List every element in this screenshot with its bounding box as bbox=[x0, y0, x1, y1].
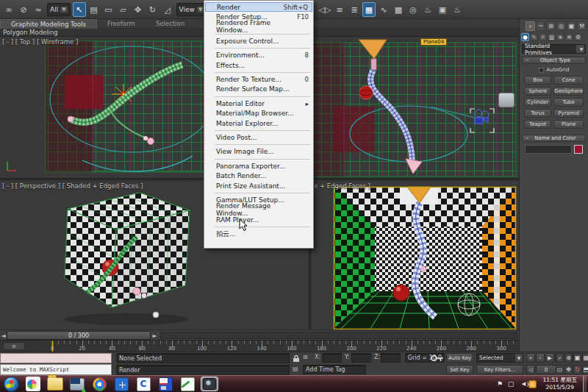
tray-window-icon[interactable] bbox=[506, 380, 514, 388]
time-tag-icon[interactable]: ▤ bbox=[293, 366, 298, 372]
set-key-button[interactable]: Set Key bbox=[446, 365, 473, 374]
viewcube[interactable] bbox=[498, 93, 514, 107]
current-frame-field[interactable]: 0 bbox=[536, 365, 556, 374]
material-editor-icon[interactable]: ◎ bbox=[406, 2, 420, 17]
taskbar-remote-icon[interactable] bbox=[68, 377, 86, 391]
pink-bit[interactable] bbox=[420, 266, 426, 272]
ribbon-tab-graphite-modeling-tools[interactable]: Graphite Modeling Tools bbox=[0, 19, 97, 29]
selection-filter-dropdown[interactable]: All▼ bbox=[47, 3, 71, 16]
viewport-camera[interactable]: e + Edged Faces ] bbox=[312, 181, 519, 329]
orbit-icon[interactable]: ↻ bbox=[573, 365, 581, 374]
menu-item-material-editor[interactable]: Material Editor▸ bbox=[204, 99, 313, 108]
menu-item-effects[interactable]: Effects... bbox=[204, 60, 313, 70]
menu-item-render-message-window[interactable]: Render Message Window... bbox=[204, 205, 313, 215]
play-button[interactable]: ▶ bbox=[545, 353, 554, 363]
window-crossing-toggle-icon[interactable]: ▱ bbox=[117, 2, 130, 17]
auto-key-button[interactable]: Auto Key bbox=[446, 353, 473, 363]
key-mode-icon[interactable] bbox=[431, 354, 444, 362]
menu-item-print-size-assistant[interactable]: Print Size Assistant... bbox=[204, 181, 313, 190]
menu-item-material-explorer[interactable]: Material Explorer... bbox=[204, 118, 313, 128]
objtype-button-torus[interactable]: Torus bbox=[524, 109, 551, 118]
viewport-front[interactable]: Plane04 bbox=[312, 37, 519, 179]
graphite-ribbon-toggle-icon[interactable]: ▦ bbox=[362, 2, 376, 17]
zoom-extents-all-icon[interactable]: ▦ bbox=[582, 353, 588, 363]
menu-item-environment[interactable]: Environment...8 bbox=[204, 51, 313, 60]
panel-tab-modify-icon[interactable]: ~ bbox=[536, 21, 545, 31]
select-and-scale-icon[interactable]: ◿ bbox=[161, 2, 174, 17]
menu-item-render-to-texture[interactable]: Render To Texture...0 bbox=[204, 74, 313, 84]
zoom-icon[interactable]: ⌕ bbox=[556, 353, 564, 363]
key-filters-button[interactable]: Key Filters... bbox=[476, 365, 523, 374]
category-geometry-icon[interactable]: ● bbox=[521, 33, 529, 41]
category-cameras-icon[interactable]: ▥ bbox=[548, 33, 556, 41]
time-slider-handle[interactable]: 0 / 300 bbox=[7, 331, 151, 340]
ribbon-tab-freeform[interactable]: Freeform bbox=[97, 19, 146, 29]
object-name-field[interactable] bbox=[525, 145, 572, 154]
objtype-button-plane[interactable]: Plane bbox=[553, 120, 584, 129]
previous-frame-button[interactable]: ‹ bbox=[536, 353, 545, 363]
viewport-perspective-label[interactable]: [ - ] [ Perspective ] [ Shaded + Edged F… bbox=[2, 182, 143, 190]
taskbar-editor-icon[interactable] bbox=[179, 377, 196, 391]
align-icon[interactable]: ≡ bbox=[333, 2, 346, 17]
category-space-warps-icon[interactable]: ≋ bbox=[565, 33, 573, 41]
taskbar-chrome-icon[interactable] bbox=[90, 377, 108, 391]
object-type-rollout-header[interactable]: − Object Type bbox=[522, 57, 586, 64]
tray-ime-icon[interactable] bbox=[528, 380, 537, 388]
panel-tab-create-icon[interactable]: ＋ bbox=[526, 21, 535, 31]
viewport-camera-label[interactable]: e + Edged Faces ] bbox=[314, 182, 370, 190]
panel-tab-motion-icon[interactable]: ◎ bbox=[556, 21, 566, 31]
menu-item-view-image-file[interactable]: View Image File... bbox=[204, 147, 313, 157]
selection-lock-icon[interactable] bbox=[293, 354, 300, 363]
render-production-icon[interactable]: ♨ bbox=[451, 2, 464, 17]
taskbar-floppy-icon[interactable] bbox=[157, 377, 174, 391]
objtype-button-tube[interactable]: Tube bbox=[553, 98, 584, 107]
menu-item-i28[interactable]: 拍云... bbox=[204, 229, 313, 238]
taskbar-caj-icon[interactable] bbox=[135, 377, 152, 391]
manage-layers-icon[interactable]: ≣ bbox=[348, 2, 361, 17]
menu-item-exposure-control[interactable]: Exposure Control... bbox=[204, 36, 313, 46]
show-desktop-button[interactable] bbox=[583, 376, 587, 392]
panel-tab-utilities-icon[interactable]: ⚒ bbox=[577, 21, 587, 31]
macro-recorder-pane[interactable] bbox=[0, 353, 112, 363]
render-setup-icon[interactable]: ♨ bbox=[421, 2, 434, 17]
selection-set-dropdown[interactable]: Selected ▼ bbox=[476, 353, 523, 363]
tray-volume-icon[interactable] bbox=[517, 380, 526, 388]
rectangular-selection-region-icon[interactable]: ▭ bbox=[102, 2, 115, 17]
taskbar-clock[interactable]: 11:51 星期五 2015/5/29 bbox=[539, 377, 580, 391]
zoom-extents-icon[interactable]: ▣ bbox=[573, 353, 581, 363]
menu-item-render[interactable]: RenderShift+Q bbox=[205, 2, 312, 12]
zoom-all-icon[interactable]: ⊕ bbox=[564, 353, 573, 363]
key-mode-toggle-button[interactable]: ◁ bbox=[526, 365, 535, 374]
objtype-button-sphere[interactable]: Sphere bbox=[524, 87, 551, 96]
panel-tab-display-icon[interactable]: ▣ bbox=[567, 21, 576, 31]
curve-editor-icon[interactable]: ∿ bbox=[377, 2, 390, 17]
red-plane-object[interactable] bbox=[65, 75, 103, 109]
category-helpers-icon[interactable]: ∗ bbox=[556, 33, 564, 41]
track-bar[interactable]: ≡ 02040608010012014016018020022024026028… bbox=[0, 340, 519, 352]
red-sphere[interactable] bbox=[393, 285, 409, 301]
category-shapes-icon[interactable]: ✎ bbox=[530, 33, 538, 41]
absolute-mode-icon[interactable]: ⊞ bbox=[303, 354, 308, 360]
primitives-dropdown[interactable]: Standard Primitives ▼ bbox=[522, 44, 586, 54]
menu-item-rendered-frame-window[interactable]: Rendered Frame Window... bbox=[204, 22, 313, 32]
objtype-button-pyramid[interactable]: Pyramid bbox=[553, 109, 584, 118]
add-time-tag-field[interactable]: Add Time Tag bbox=[303, 365, 366, 374]
bind-to-space-warp-icon[interactable]: ≈ bbox=[32, 2, 45, 17]
go-to-start-button[interactable]: « bbox=[526, 353, 535, 363]
taskbar-explorer-icon[interactable] bbox=[46, 377, 64, 391]
unlink-selection-icon[interactable]: ⊘ bbox=[17, 2, 30, 17]
red-sphere[interactable] bbox=[359, 86, 373, 99]
rendered-frame-window-icon[interactable]: ▣ bbox=[436, 2, 449, 17]
objtype-button-teapot[interactable]: Teapot bbox=[524, 120, 551, 129]
taskbar-capture-icon[interactable] bbox=[201, 377, 218, 391]
maximize-viewport-toggle-icon[interactable]: ⬒ bbox=[582, 365, 588, 374]
x-coord-field[interactable] bbox=[322, 353, 342, 363]
category-lights-icon[interactable]: ☼ bbox=[539, 33, 547, 41]
ribbon-tab-selection[interactable]: Selection bbox=[146, 19, 195, 29]
name-color-rollout-header[interactable]: − Name and Color bbox=[522, 135, 586, 142]
time-slider-next-arrow[interactable]: ► bbox=[151, 331, 158, 340]
select-and-link-icon[interactable]: ∞ bbox=[2, 2, 15, 17]
reference-coordinate-dropdown[interactable]: View▼ bbox=[176, 3, 207, 16]
menu-item-panorama-exporter[interactable]: Panorama Exporter... bbox=[204, 161, 313, 171]
zoom-region-icon[interactable]: ▭ bbox=[556, 365, 564, 374]
